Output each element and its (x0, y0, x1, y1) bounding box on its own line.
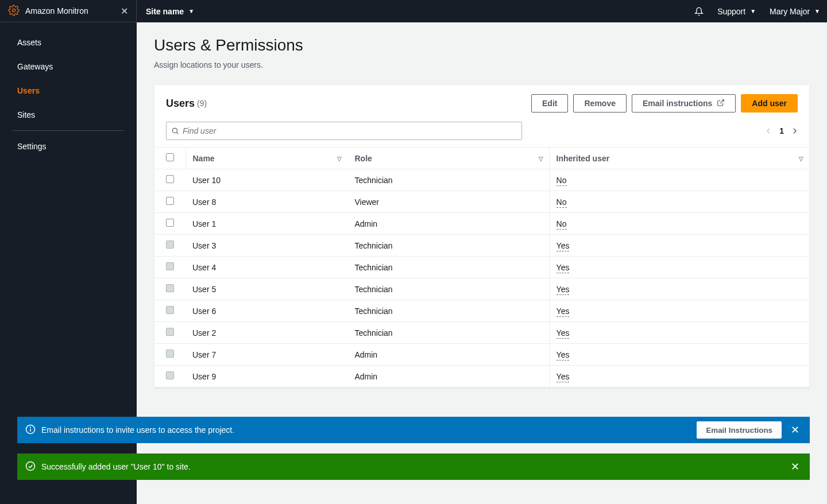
panel-title: Users (166, 98, 195, 110)
table-row[interactable]: User 3TechnicianYes (154, 235, 809, 257)
table-row[interactable]: User 6TechnicianYes (154, 300, 809, 322)
cell-role: Technician (347, 322, 549, 344)
cell-role: Technician (347, 235, 549, 257)
table-row[interactable]: User 9AdminYes (154, 366, 809, 387)
svg-point-6 (30, 427, 31, 428)
select-all-checkbox[interactable] (166, 153, 174, 161)
cell-role: Admin (347, 366, 549, 387)
sidebar-item-sites[interactable]: Sites (0, 103, 137, 127)
column-inherited[interactable]: Inherited user ▽ (549, 148, 809, 169)
row-checkbox (166, 262, 174, 270)
column-name-label: Name (193, 154, 215, 163)
user-menu[interactable]: Mary Major ▼ (763, 7, 827, 16)
edit-button[interactable]: Edit (531, 94, 568, 113)
column-role-label: Role (354, 154, 372, 163)
row-checkbox[interactable] (166, 175, 174, 183)
nav-divider (13, 130, 124, 131)
sidebar-item-assets[interactable]: Assets (0, 30, 137, 55)
svg-line-1 (720, 99, 724, 103)
remove-button[interactable]: Remove (573, 94, 626, 113)
sort-icon: ▽ (337, 155, 342, 161)
site-name-label: Site name (146, 7, 184, 16)
cell-name: User 6 (186, 300, 347, 322)
success-text: Successfully added user "User 10" to sit… (41, 462, 789, 471)
row-checkbox (166, 328, 174, 336)
cell-name: User 5 (186, 278, 347, 300)
sidebar-item-gateways[interactable]: Gateways (0, 55, 137, 79)
sort-icon: ▽ (799, 155, 803, 161)
bell-icon (694, 7, 704, 16)
cell-name: User 8 (186, 191, 347, 213)
site-selector[interactable]: Site name ▼ (137, 7, 203, 16)
top-header: Amazon Monitron ✕ Site name ▼ Support ▼ … (0, 0, 827, 22)
cell-role: Admin (347, 344, 549, 366)
chevron-right-icon (792, 128, 798, 134)
cell-name: User 2 (186, 322, 347, 344)
prev-page-button[interactable] (766, 126, 771, 135)
column-inherited-label: Inherited user (557, 154, 610, 163)
email-instructions-button[interactable]: Email instructions (632, 94, 736, 113)
row-checkbox (166, 306, 174, 314)
chevron-left-icon (766, 128, 771, 134)
row-checkbox (166, 284, 174, 292)
cell-name: User 3 (186, 235, 347, 257)
panel-actions: Edit Remove Email instructions Add user (531, 94, 798, 113)
success-notification: Successfully added user "User 10" to sit… (17, 453, 810, 480)
info-text: Email instructions to invite users to ac… (41, 425, 697, 435)
row-checkbox (166, 241, 174, 249)
external-link-icon (717, 99, 725, 108)
row-checkbox (166, 371, 174, 379)
table-row[interactable]: User 5TechnicianYes (154, 278, 809, 300)
table-row[interactable]: User 8ViewerNo (154, 191, 809, 213)
table-row[interactable]: User 7AdminYes (154, 344, 809, 366)
email-instructions-label: Email instructions (643, 99, 712, 108)
cell-inherited: No (549, 169, 809, 191)
cell-inherited: Yes (549, 366, 809, 387)
close-success-button[interactable]: ✕ (789, 458, 802, 475)
search-icon (171, 127, 179, 135)
select-all-header (154, 148, 186, 169)
search-input[interactable] (183, 126, 517, 135)
brand-area: Amazon Monitron ✕ (0, 0, 137, 22)
support-menu[interactable]: Support ▼ (710, 7, 763, 16)
svg-point-7 (26, 462, 35, 470)
email-instructions-notif-button[interactable]: Email Instructions (697, 421, 782, 439)
sidebar-item-settings[interactable]: Settings (0, 134, 137, 158)
cell-role: Technician (347, 257, 549, 278)
close-sidebar-button[interactable]: ✕ (121, 6, 128, 17)
cell-inherited: Yes (549, 235, 809, 257)
cell-inherited: Yes (549, 257, 809, 278)
panel-count: (9) (197, 99, 207, 108)
next-page-button[interactable] (792, 126, 798, 135)
close-info-button[interactable]: ✕ (789, 421, 802, 439)
success-icon (25, 461, 41, 473)
cell-inherited: Yes (549, 322, 809, 344)
column-role[interactable]: Role ▽ (347, 148, 549, 169)
row-checkbox[interactable] (166, 219, 174, 227)
notifications-button[interactable] (687, 7, 710, 16)
info-notification: Email instructions to invite users to ac… (17, 417, 810, 443)
cell-inherited: Yes (549, 278, 809, 300)
filter-row: 1 (154, 122, 809, 147)
table-row[interactable]: User 1AdminNo (154, 213, 809, 235)
table-row[interactable]: User 10TechnicianNo (154, 169, 809, 191)
cell-role: Viewer (347, 191, 549, 213)
column-name[interactable]: Name ▽ (186, 148, 347, 169)
sidebar-item-users[interactable]: Users (0, 79, 137, 103)
cell-role: Technician (347, 278, 549, 300)
row-checkbox (166, 350, 174, 358)
cell-role: Admin (347, 213, 549, 235)
cell-name: User 7 (186, 344, 347, 366)
users-table: Name ▽ Role ▽ Inherited user ▽ User 10Te… (154, 147, 809, 387)
page-number: 1 (779, 126, 784, 135)
users-panel: Users (9) Edit Remove Email instructions… (154, 84, 810, 388)
cell-inherited: No (549, 191, 809, 213)
table-row[interactable]: User 4TechnicianYes (154, 257, 809, 278)
caret-down-icon: ▼ (188, 8, 194, 14)
user-name-label: Mary Major (770, 7, 810, 16)
row-checkbox[interactable] (166, 197, 174, 205)
add-user-button[interactable]: Add user (741, 94, 798, 113)
table-row[interactable]: User 2TechnicianYes (154, 322, 809, 344)
cell-inherited: Yes (549, 300, 809, 322)
search-box[interactable] (166, 122, 522, 140)
